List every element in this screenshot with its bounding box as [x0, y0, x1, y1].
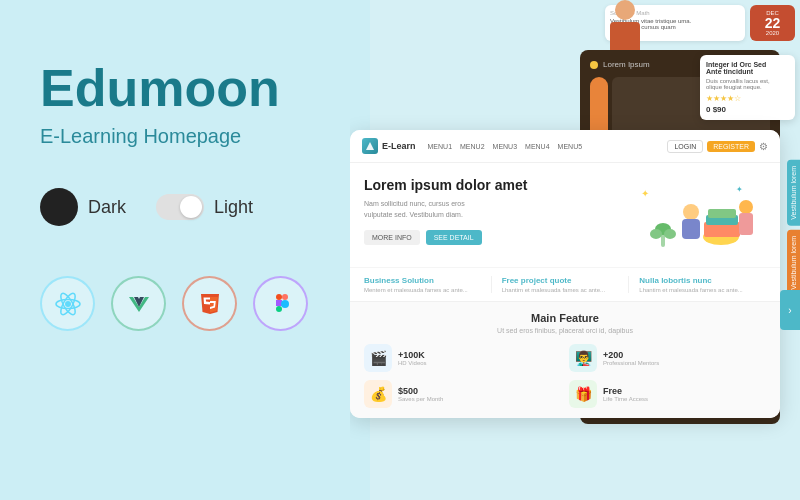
stat-desc-1: Mentem et malesuada fames ac ante... — [364, 287, 481, 293]
feature-item-1: 🎬 +100K HD Videos — [364, 344, 561, 372]
feature-icon-savings: 💰 — [364, 380, 392, 408]
brand-title: Edumoon — [40, 60, 330, 117]
vert-label-2: Vestibulum lorem — [787, 230, 800, 296]
dark-toggle-item[interactable]: Dark — [40, 188, 126, 226]
info-card-text: Duis convallis lacus est,olique feugiat … — [706, 78, 789, 90]
svg-point-28 — [650, 229, 662, 239]
dark-mode-icon — [40, 188, 78, 226]
svg-point-14 — [281, 300, 289, 308]
svg-text:✦: ✦ — [736, 185, 743, 194]
stat-title-1: Business Solution — [364, 276, 481, 285]
settings-icon[interactable]: ⚙ — [759, 141, 768, 152]
features-title: Main Feature — [364, 312, 766, 324]
star-rating: ★★★★☆ — [706, 94, 789, 103]
feature-info-2: +200 Professional Mentors — [603, 350, 659, 366]
features-grid: 🎬 +100K HD Videos 👨‍🏫 +200 Professional … — [364, 344, 766, 408]
nav-menu3[interactable]: MENU3 — [493, 143, 518, 150]
hero-text: Lorem ipsum dolor amet Nam sollicitud nu… — [364, 177, 626, 257]
date-year: 2020 — [755, 30, 790, 36]
toggle-switch[interactable] — [156, 194, 204, 220]
svg-rect-13 — [276, 306, 282, 312]
toggle-knob — [180, 196, 202, 218]
feature-label-4: Life Time Access — [603, 396, 648, 402]
stat-desc-2: Lhantim et malesuada fames ac ante... — [502, 287, 619, 293]
right-arrow-button[interactable]: › — [780, 290, 800, 330]
feature-icon-videos: 🎬 — [364, 344, 392, 372]
html5-icon — [182, 276, 237, 331]
feature-label-1: HD Videos — [398, 360, 427, 366]
toggle-section: Dark Light — [40, 188, 330, 226]
brand-subtitle: E-Learning Homepage — [40, 125, 330, 148]
info-card-title: Integer id Orc SedAnte tincidunt — [706, 61, 789, 75]
light-toggle-item[interactable]: Light — [156, 194, 253, 220]
nav-menu2[interactable]: MENU2 — [460, 143, 485, 150]
see-detail-button[interactable]: SEE DETAIL — [426, 230, 482, 245]
features-subtitle: Ut sed eros finibus, placerat orci id, d… — [364, 327, 766, 334]
date-day: 22 — [755, 16, 790, 30]
feature-info-1: +100K HD Videos — [398, 350, 427, 366]
nav-logo: E-Learn — [362, 138, 416, 154]
svg-text:✦: ✦ — [641, 188, 649, 199]
feature-count-3: $500 — [398, 386, 443, 396]
login-button[interactable]: LOGIN — [667, 140, 703, 153]
right-panel: Science · Math Vestibulum vitae tristiqu… — [350, 0, 800, 500]
nav-logo-text: E-Learn — [382, 141, 416, 151]
dot-indicator — [590, 61, 598, 69]
mockup-stats: Business Solution Mentem et malesuada fa… — [350, 267, 780, 301]
feature-count-2: +200 — [603, 350, 659, 360]
stat-item-2: Free project quote Lhantim et malesuada … — [502, 276, 630, 293]
stat-desc-3: Lhantim et malesuada fames ac ante... — [639, 287, 756, 293]
mockup-hero: Lorem ipsum dolor amet Nam sollicitud nu… — [350, 163, 780, 267]
more-info-button[interactable]: MORE INFO — [364, 230, 420, 245]
svg-point-29 — [664, 229, 676, 239]
stat-item-3: Nulla lobortis nunc Lhantim et malesuada… — [639, 276, 766, 293]
hero-illustration: ✦ ✦ — [636, 177, 766, 257]
figma-icon — [253, 276, 308, 331]
person-head — [615, 0, 635, 20]
tech-icons — [40, 276, 330, 331]
svg-rect-31 — [739, 213, 753, 235]
nav-menu1[interactable]: MENU1 — [428, 143, 453, 150]
left-panel: Edumoon E-Learning Homepage Dark Light — [0, 0, 370, 500]
svg-point-30 — [739, 200, 753, 214]
nav-buttons: LOGIN REGISTER ⚙ — [667, 140, 768, 153]
svg-rect-12 — [276, 300, 282, 306]
svg-rect-23 — [708, 209, 736, 218]
feature-label-3: Saves per Month — [398, 396, 443, 402]
nav-logo-icon — [362, 138, 378, 154]
hero-buttons: MORE INFO SEE DETAIL — [364, 230, 626, 245]
feature-count-1: +100K — [398, 350, 427, 360]
top-card-date: DEC 22 2020 — [750, 5, 795, 41]
vue-icon — [111, 276, 166, 331]
feature-info-4: Free Life Time Access — [603, 386, 648, 402]
nav-menu5[interactable]: MENU5 — [558, 143, 583, 150]
nav-menu4[interactable]: MENU4 — [525, 143, 550, 150]
feature-label-2: Professional Mentors — [603, 360, 659, 366]
register-button[interactable]: REGISTER — [707, 141, 755, 152]
stat-item-1: Business Solution Mentem et malesuada fa… — [364, 276, 492, 293]
vertical-labels: Vestibulum lorem Vestibulum lorem — [787, 160, 800, 295]
feature-count-4: Free — [603, 386, 648, 396]
nav-links: MENU1 MENU2 MENU3 MENU4 MENU5 — [428, 143, 656, 150]
feature-item-2: 👨‍🏫 +200 Professional Mentors — [569, 344, 766, 372]
svg-rect-25 — [682, 219, 700, 239]
light-label: Light — [214, 197, 253, 218]
price-label: 0 $90 — [706, 105, 789, 114]
hero-body: Nam sollicitud nunc, cursus erosvulputat… — [364, 199, 626, 220]
svg-marker-19 — [366, 142, 374, 150]
svg-rect-10 — [276, 294, 282, 300]
react-icon — [40, 276, 95, 331]
feature-info-3: $500 Saves per Month — [398, 386, 443, 402]
stat-title-2: Free project quote — [502, 276, 619, 285]
info-card: Integer id Orc SedAnte tincidunt Duis co… — [700, 55, 795, 120]
mockup-features: Main Feature Ut sed eros finibus, placer… — [350, 301, 780, 418]
feature-item-4: 🎁 Free Life Time Access — [569, 380, 766, 408]
feature-icon-mentors: 👨‍🏫 — [569, 344, 597, 372]
svg-point-0 — [65, 301, 71, 307]
svg-point-24 — [683, 204, 699, 220]
hero-title: Lorem ipsum dolor amet — [364, 177, 626, 193]
svg-rect-11 — [282, 294, 288, 300]
main-mockup: E-Learn MENU1 MENU2 MENU3 MENU4 MENU5 LO… — [350, 130, 780, 418]
dark-label: Dark — [88, 197, 126, 218]
dark-mockup-label: Lorem Ipsum — [603, 60, 650, 69]
